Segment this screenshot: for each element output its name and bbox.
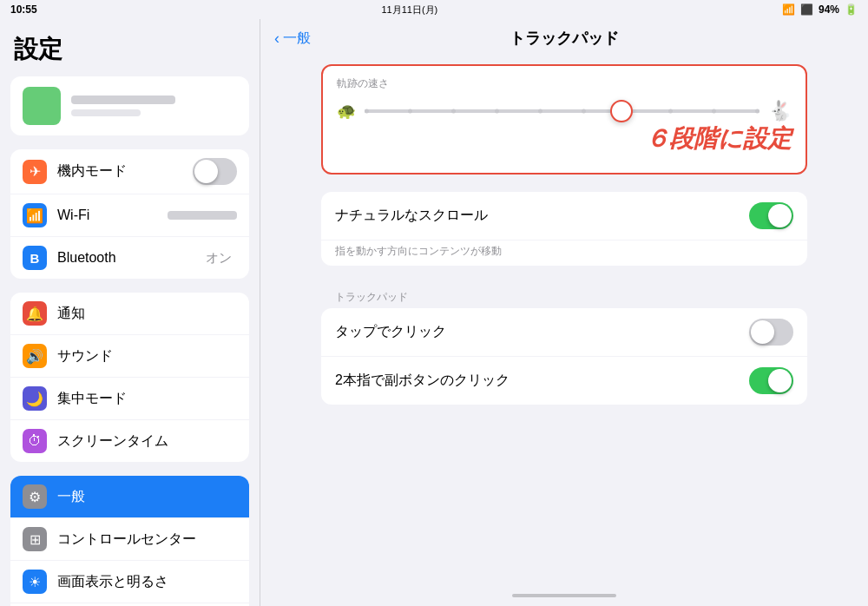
natural-scroll-toggle-knob [768, 204, 792, 227]
sidebar-item-label-focus: 集中モード [57, 390, 237, 408]
sidebar-item-label-screentime: スクリーンタイム [57, 432, 237, 451]
secondary-click-label: 2本指で副ボタンのクリック [335, 372, 749, 390]
slider-dot-4 [495, 109, 499, 114]
sound-icon: 🔊 [23, 344, 47, 368]
speed-section: 軌跡の速さ 🐢 [321, 64, 807, 175]
speed-label: 軌跡の速さ [337, 76, 792, 91]
status-day: 11月11日(月) [381, 3, 437, 16]
sidebar-item-notification[interactable]: 🔔 通知 [10, 293, 249, 335]
natural-scroll-sub-label: 指を動かす方向にコンテンツが移動 [321, 240, 807, 266]
slider-row: 🐢 [337, 100, 792, 122]
sidebar: 設定 ✈ 機内モード 📶 Wi-Fi B [0, 19, 260, 606]
battery-icon: ⬛ [800, 3, 813, 16]
sidebar-item-airplane[interactable]: ✈ 機内モード [10, 149, 249, 194]
battery-graphic: 🔋 [845, 3, 858, 16]
bluetooth-icon: B [23, 246, 47, 270]
slider-track[interactable] [365, 109, 760, 113]
bluetooth-value: オン [206, 250, 232, 267]
tap-click-label: タップでクリック [335, 323, 749, 341]
natural-scroll-label: ナチュラルなスクロール [335, 207, 749, 225]
controlcenter-icon: ⊞ [23, 527, 47, 551]
sidebar-item-label-display: 画面表示と明るさ [57, 573, 237, 591]
slider-dot-10 [755, 109, 760, 114]
slider-dot-9 [712, 109, 716, 114]
wifi-icon: 📶 [782, 3, 795, 16]
sidebar-item-label-sound: サウンド [57, 347, 237, 366]
sidebar-group-general: ⚙ 一般 ⊞ コントロールセンター ☀ 画面表示と明るさ ⊞ ホーム画面とアプリ… [10, 476, 249, 606]
slider-thumb[interactable] [610, 100, 633, 122]
slider-dot-2 [408, 109, 412, 114]
profile-name-block [71, 96, 175, 116]
sidebar-item-bluetooth[interactable]: B Bluetooth オン [10, 237, 249, 279]
bottom-bar [260, 589, 868, 606]
avatar [23, 87, 61, 125]
sidebar-item-label-bluetooth: Bluetooth [57, 250, 206, 266]
slider-dot-6 [582, 109, 586, 114]
airplane-toggle-knob [194, 160, 218, 183]
profile-name-line [71, 96, 175, 104]
profile-sub-line [71, 109, 141, 116]
profile-section[interactable] [10, 76, 249, 135]
sidebar-item-display[interactable]: ☀ 画面表示と明るさ [10, 561, 249, 603]
slider-dot-1 [365, 109, 369, 114]
sidebar-item-label-general: 一般 [57, 488, 237, 506]
status-time: 10:55 [10, 3, 37, 16]
tap-click-toggle-knob [751, 320, 774, 344]
back-chevron-icon: ‹ [274, 30, 279, 46]
secondary-click-toggle[interactable] [749, 367, 793, 394]
sidebar-item-screentime[interactable]: ⏱ スクリーンタイム [10, 420, 249, 462]
status-right: 📶 ⬛ 94% 🔋 [782, 3, 858, 16]
main-layout: 設定 ✈ 機内モード 📶 Wi-Fi B [0, 19, 868, 606]
natural-scroll-item[interactable]: ナチュラルなスクロール [321, 192, 807, 240]
natural-scroll-toggle[interactable] [749, 202, 793, 229]
screentime-icon: ⏱ [23, 429, 47, 453]
sidebar-item-label-wifi: Wi-Fi [57, 207, 168, 223]
sidebar-item-sound[interactable]: 🔊 サウンド [10, 335, 249, 378]
sidebar-item-label-notification: 通知 [57, 305, 237, 323]
slider-fast-icon: 🐇 [768, 100, 792, 122]
sidebar-title: 設定 [0, 26, 260, 76]
sidebar-item-label-airplane: 機内モード [57, 162, 193, 181]
sidebar-item-focus[interactable]: 🌙 集中モード [10, 378, 249, 420]
trackpad-group: タップでクリック 2本指で副ボタンのクリック [321, 308, 807, 405]
wifi-icon: 📶 [23, 203, 47, 227]
status-bar: 10:55 11月11日(月) 📶 ⬛ 94% 🔋 [0, 0, 868, 19]
tap-click-toggle[interactable] [749, 319, 793, 346]
display-icon: ☀ [23, 570, 47, 594]
trackpad-section-header: トラックパッド [321, 283, 807, 308]
focus-icon: 🌙 [23, 386, 47, 411]
sidebar-item-wifi[interactable]: 📶 Wi-Fi [10, 194, 249, 237]
slider-dot-5 [538, 109, 542, 114]
battery-percent: 94% [819, 3, 839, 16]
slider-slow-icon: 🐢 [337, 102, 356, 121]
natural-scroll-group: ナチュラルなスクロール 指を動かす方向にコンテンツが移動 [321, 192, 807, 266]
back-button[interactable]: ‹ 一般 [274, 30, 311, 48]
page-title: トラックパッド [510, 28, 619, 49]
sidebar-item-controlcenter[interactable]: ⊞ コントロールセンター [10, 518, 249, 561]
tap-click-item[interactable]: タップでクリック [321, 308, 807, 357]
notification-icon: 🔔 [23, 301, 47, 326]
sidebar-item-general[interactable]: ⚙ 一般 [10, 476, 249, 518]
slider-dots [365, 109, 760, 114]
back-label: 一般 [283, 30, 311, 48]
slider-dot-8 [668, 109, 673, 114]
airplane-icon: ✈ [23, 160, 47, 184]
content-body: 軌跡の速さ 🐢 [304, 57, 825, 589]
sidebar-group-connectivity: ✈ 機内モード 📶 Wi-Fi B Bluetooth オン [10, 149, 249, 279]
airplane-toggle[interactable] [193, 158, 237, 185]
content-area: ‹ 一般 トラックパッド 軌跡の速さ 🐢 [260, 19, 868, 606]
sidebar-item-label-controlcenter: コントロールセンター [57, 530, 237, 549]
secondary-click-toggle-knob [768, 369, 792, 392]
secondary-click-item[interactable]: 2本指で副ボタンのクリック [321, 357, 807, 405]
sidebar-group-system: 🔔 通知 🔊 サウンド 🌙 集中モード ⏱ スクリーンタイム [10, 293, 249, 462]
slider-dot-3 [451, 109, 456, 114]
wifi-value [168, 211, 237, 220]
home-indicator [512, 594, 616, 597]
annotation-text: ６段階に設定 [337, 122, 792, 155]
content-header: ‹ 一般 トラックパッド [260, 19, 868, 57]
general-icon: ⚙ [23, 484, 47, 509]
